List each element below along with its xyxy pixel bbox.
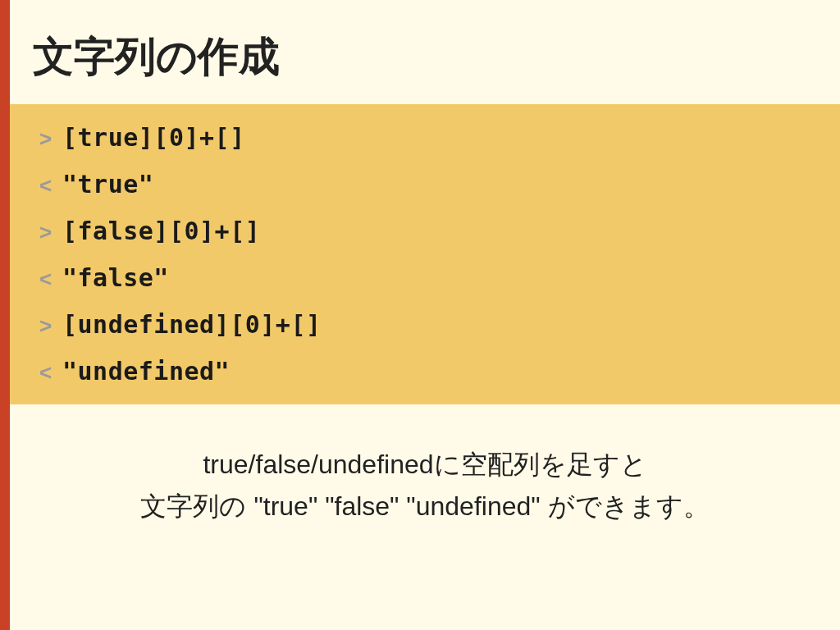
code-text: "false" <box>62 259 169 296</box>
input-arrow-icon: > <box>39 217 62 249</box>
code-text: [true][0]+[] <box>62 119 245 156</box>
slide-title: 文字列の作成 <box>10 0 840 104</box>
code-line: > [true][0]+[] <box>10 114 840 161</box>
output-arrow-icon: < <box>39 357 62 389</box>
caption-line-1: true/false/undefinedに空配列を足すと <box>30 444 820 486</box>
code-line: < "undefined" <box>10 348 840 395</box>
caption-line-2: 文字列の "true" "false" "undefined" ができます。 <box>30 486 820 527</box>
output-arrow-icon: < <box>39 263 62 295</box>
code-text: [false][0]+[] <box>62 212 260 249</box>
code-line: > [false][0]+[] <box>10 208 840 254</box>
output-arrow-icon: < <box>39 170 62 202</box>
code-line: < "true" <box>10 161 840 208</box>
code-block: > [true][0]+[] < "true" > [false][0]+[] … <box>10 104 840 404</box>
code-line: > [undefined][0]+[] <box>10 301 840 348</box>
code-line: < "false" <box>10 254 840 301</box>
code-text: "undefined" <box>62 353 230 390</box>
code-text: [undefined][0]+[] <box>62 306 322 343</box>
slide-caption: true/false/undefinedに空配列を足すと 文字列の "true"… <box>10 444 840 527</box>
code-text: "true" <box>62 166 153 203</box>
input-arrow-icon: > <box>39 123 62 155</box>
input-arrow-icon: > <box>39 310 62 342</box>
